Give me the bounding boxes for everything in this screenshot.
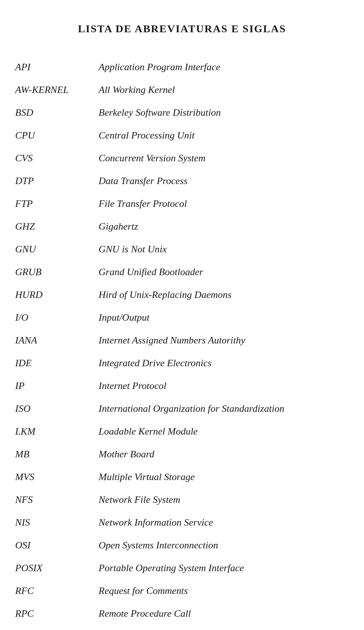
- abbreviation-definition: Multiple Virtual Storage: [99, 471, 349, 483]
- abbreviation-definition: GNU is Not Unix: [99, 244, 349, 255]
- table-row: AW-KERNELAll Working Kernel: [15, 84, 349, 102]
- abbreviation-definition: Network Information Service: [99, 517, 349, 528]
- table-row: GHZGigahertz: [15, 221, 349, 239]
- abbreviation-definition: Hird of Unix-Replacing Daemons: [99, 289, 349, 301]
- abbreviation-code: RFC: [15, 585, 99, 597]
- table-row: GRUBGrand Unified Bootloader: [15, 266, 349, 285]
- table-row: OSIOpen Systems Interconnection: [15, 540, 349, 558]
- abbreviation-definition: Open Systems Interconnection: [99, 540, 349, 551]
- abbreviation-code: CPU: [15, 130, 99, 141]
- abbreviation-definition: Central Processing Unit: [99, 130, 349, 141]
- abbreviation-code: API: [15, 61, 99, 73]
- abbreviation-definition: International Organization for Standardi…: [99, 403, 349, 414]
- abbreviation-code: GRUB: [15, 266, 99, 278]
- abbreviation-definition: File Transfer Protocol: [99, 198, 349, 209]
- abbreviation-code: AW-KERNEL: [15, 84, 99, 96]
- table-row: DTPData Transfer Process: [15, 175, 349, 194]
- table-row: IPInternet Protocol: [15, 380, 349, 398]
- abbreviation-code: NFS: [15, 494, 99, 506]
- abbreviation-definition: Integrated Drive Electronics: [99, 358, 349, 369]
- abbreviation-code: ISO: [15, 403, 99, 414]
- table-row: ISOInternational Organization for Standa…: [15, 403, 349, 421]
- table-row: APIApplication Program Interface: [15, 61, 349, 80]
- abbreviation-code: NIS: [15, 517, 99, 528]
- table-row: LKMLoadable Kernel Module: [15, 426, 349, 444]
- table-row: IANAInternet Assigned Numbers Autorithy: [15, 335, 349, 353]
- table-row: NISNetwork Information Service: [15, 517, 349, 535]
- table-row: CVSConcurrent Version System: [15, 153, 349, 171]
- table-row: NFSNetwork File System: [15, 494, 349, 512]
- abbreviation-code: GNU: [15, 244, 99, 255]
- abbreviation-list: APIApplication Program InterfaceAW-KERNE…: [15, 61, 349, 630]
- table-row: RFCRequest for Comments: [15, 585, 349, 603]
- table-row: I/OInput/Output: [15, 312, 349, 330]
- abbreviation-definition: Berkeley Software Distribution: [99, 107, 349, 118]
- table-row: FTPFile Transfer Protocol: [15, 198, 349, 216]
- page-title: LISTA DE ABREVIATURAS E SIGLAS: [15, 23, 349, 35]
- abbreviation-code: OSI: [15, 540, 99, 551]
- abbreviation-definition: Internet Assigned Numbers Autorithy: [99, 335, 349, 346]
- abbreviation-code: RPC: [15, 608, 99, 619]
- abbreviation-definition: Mother Board: [99, 449, 349, 460]
- table-row: BSDBerkeley Software Distribution: [15, 107, 349, 125]
- abbreviation-code: CVS: [15, 153, 99, 164]
- abbreviation-code: POSIX: [15, 562, 99, 574]
- table-row: RPCRemote Procedure Call: [15, 608, 349, 626]
- abbreviation-definition: Concurrent Version System: [99, 153, 349, 164]
- abbreviation-definition: Application Program Interface: [99, 61, 349, 73]
- abbreviation-definition: Loadable Kernel Module: [99, 426, 349, 437]
- table-row: MVSMultiple Virtual Storage: [15, 471, 349, 490]
- table-row: HURDHird of Unix-Replacing Daemons: [15, 289, 349, 307]
- abbreviation-definition: All Working Kernel: [99, 84, 349, 96]
- abbreviation-code: GHZ: [15, 221, 99, 232]
- abbreviation-code: IANA: [15, 335, 99, 346]
- abbreviation-code: HURD: [15, 289, 99, 301]
- abbreviation-code: IP: [15, 380, 99, 392]
- table-row: CPUCentral Processing Unit: [15, 130, 349, 148]
- abbreviation-code: MB: [15, 449, 99, 460]
- abbreviation-definition: Input/Output: [99, 312, 349, 323]
- abbreviation-code: DTP: [15, 175, 99, 187]
- abbreviation-definition: Grand Unified Bootloader: [99, 266, 349, 278]
- abbreviation-definition: Internet Protocol: [99, 380, 349, 392]
- table-row: IDEIntegrated Drive Electronics: [15, 358, 349, 376]
- abbreviation-code: FTP: [15, 198, 99, 209]
- table-row: MBMother Board: [15, 449, 349, 467]
- abbreviation-definition: Portable Operating System Interface: [99, 562, 349, 574]
- table-row: GNUGNU is Not Unix: [15, 244, 349, 262]
- abbreviation-code: MVS: [15, 471, 99, 483]
- abbreviation-code: BSD: [15, 107, 99, 118]
- abbreviation-definition: Data Transfer Process: [99, 175, 349, 187]
- table-row: POSIXPortable Operating System Interface: [15, 562, 349, 581]
- abbreviation-definition: Request for Comments: [99, 585, 349, 597]
- abbreviation-definition: Gigahertz: [99, 221, 349, 232]
- abbreviation-code: IDE: [15, 358, 99, 369]
- abbreviation-code: LKM: [15, 426, 99, 437]
- abbreviation-code: I/O: [15, 312, 99, 323]
- abbreviation-definition: Network File System: [99, 494, 349, 506]
- abbreviation-definition: Remote Procedure Call: [99, 608, 349, 619]
